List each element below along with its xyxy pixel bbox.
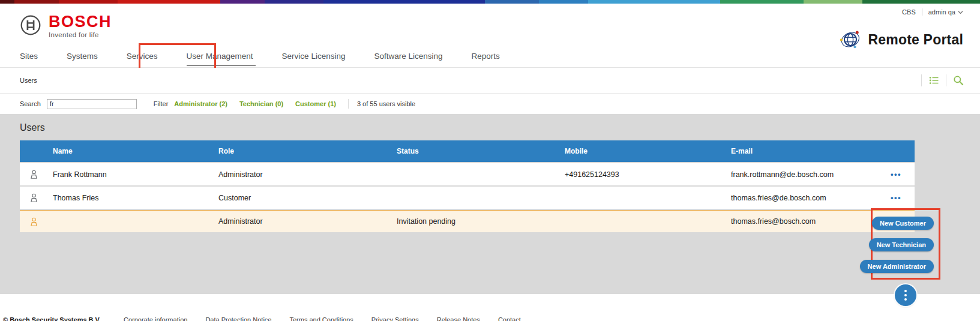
bosch-wordmark: BOSCH Invented for life — [49, 13, 112, 38]
search-icon[interactable] — [952, 74, 964, 86]
user-name: Frank Rottmann — [53, 170, 218, 179]
section-title: Users — [20, 121, 980, 134]
tab-reports[interactable]: Reports — [472, 45, 514, 68]
tab-sites[interactable]: Sites — [20, 45, 52, 68]
filter-customer[interactable]: Customer (1) — [295, 100, 336, 107]
footer-link-terms-and-conditions[interactable]: Terms and Conditions — [289, 316, 353, 321]
main-nav: Sites Systems Services User Management S… — [0, 45, 980, 68]
footer-link-corporate-information[interactable]: Corporate information — [124, 316, 187, 321]
visible-users-summary: 3 of 55 users visible — [357, 100, 415, 107]
filter-administrator[interactable]: Administrator (2) — [174, 100, 227, 107]
bosch-logo-icon — [20, 14, 41, 36]
filter-technician[interactable]: Technician (0) — [239, 100, 283, 107]
footer-links-row: © Bosch Security Systems B.V. Corporate … — [3, 316, 539, 321]
user-name: admin qa — [928, 8, 955, 16]
footer-link-contact[interactable]: Contact — [498, 316, 521, 321]
person-icon — [28, 192, 40, 203]
col-status: Status — [397, 147, 565, 155]
user-mobile: +491625124393 — [565, 170, 731, 179]
new-technician-button[interactable]: New Technician — [869, 238, 934, 251]
chevron-down-icon — [958, 10, 963, 15]
tab-systems[interactable]: Systems — [67, 45, 112, 68]
divider — [946, 74, 946, 86]
user-email: thomas.fries@de.bosch.com — [731, 194, 882, 202]
org-label: CBS — [902, 8, 922, 16]
user-status: Invitation pending — [397, 217, 565, 226]
user-menu[interactable]: admin qa — [922, 8, 963, 16]
col-mobile: Mobile — [565, 147, 731, 155]
col-email: E-mail — [731, 147, 882, 155]
user-email: frank.rottmann@de.bosch.com — [731, 170, 882, 179]
person-icon — [28, 216, 40, 227]
bosch-brand: BOSCH Invented for life — [20, 13, 112, 38]
users-table: Name Role Status Mobile E-mail Frank Rot… — [20, 140, 915, 232]
table-header-row: Name Role Status Mobile E-mail — [20, 140, 915, 162]
new-customer-button[interactable]: New Customer — [872, 217, 934, 230]
footer-link-privacy-settings[interactable]: Privacy Settings — [371, 316, 419, 321]
breadcrumb: Users — [20, 77, 37, 84]
footer: © Bosch Security Systems B.V. Corporate … — [0, 294, 980, 321]
tab-user-management[interactable]: User Management — [187, 45, 268, 68]
table-row[interactable]: Frank Rottmann Administrator +4916251243… — [20, 163, 915, 185]
new-user-actions: New Customer New Technician New Administ… — [860, 217, 934, 273]
bosch-tagline: Invented for life — [49, 31, 112, 38]
new-administrator-button[interactable]: New Administrator — [860, 260, 934, 273]
tab-service-licensing[interactable]: Service Licensing — [282, 45, 360, 68]
header: BOSCH Invented for life CBS admin qa — [0, 4, 980, 68]
view-icons — [921, 74, 964, 86]
list-view-icon[interactable] — [928, 74, 940, 86]
divider — [921, 74, 922, 86]
search-filter-toolbar: Search Filter Administrator (2) Technici… — [0, 94, 980, 114]
search-label: Search — [20, 100, 41, 107]
tab-software-licensing[interactable]: Software Licensing — [374, 45, 457, 68]
table-row[interactable]: Thomas Fries Customer thomas.fries@de.bo… — [20, 187, 915, 209]
more-options-button[interactable]: ••• — [882, 172, 915, 178]
top-user-bar: CBS admin qa — [902, 8, 963, 16]
kebab-menu-icon — [904, 290, 907, 292]
footer-link-release-notes[interactable]: Release Notes — [437, 316, 480, 321]
user-role: Administrator — [218, 217, 397, 226]
user-role: Administrator — [218, 170, 397, 179]
col-role: Role — [218, 147, 397, 155]
copyright: © Bosch Security Systems B.V. — [3, 316, 101, 321]
tab-services[interactable]: Services — [127, 45, 172, 68]
users-section: Users Name Role Status Mobile E-mail Fra… — [0, 114, 980, 294]
table-row-pending[interactable]: Administrator Invitation pending thomas.… — [20, 210, 915, 232]
filter-label: Filter — [154, 100, 168, 107]
breadcrumb-bar: Users — [0, 68, 980, 94]
search-input[interactable] — [47, 99, 137, 109]
user-role: Customer — [218, 194, 397, 202]
user-name: Thomas Fries — [53, 194, 218, 202]
col-name: Name — [53, 147, 218, 155]
more-options-button[interactable]: ••• — [882, 195, 915, 201]
footer-link-data-protection-notice[interactable]: Data Protection Notice — [205, 316, 271, 321]
bosch-name: BOSCH — [49, 13, 112, 30]
remote-portal-app: BOSCH Invented for life CBS admin qa — [0, 0, 980, 321]
fab-kebab-menu-button[interactable] — [895, 284, 916, 306]
divider — [348, 99, 349, 109]
person-icon — [28, 169, 40, 180]
